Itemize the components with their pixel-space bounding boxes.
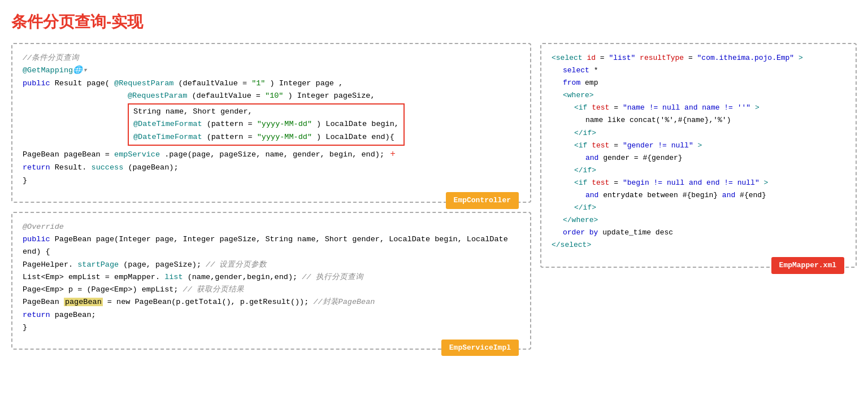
xml-select-star: select * [563,64,845,77]
xml-if3-close: </if> [574,202,845,214]
emp-controller-box: //条件分页查询 @GetMapping🌐▾ public Result pag… [11,43,531,203]
main-layout: //条件分页查询 @GetMapping🌐▾ public Result pag… [11,43,857,350]
controller-comment: //条件分页查询 [23,52,520,64]
highlight-line3: @DateTimeFormat (pattern = "yyyy-MM-dd" … [133,131,399,143]
xml-from: from emp [563,77,845,89]
controller-close: } [23,175,520,187]
service-line6: return pageBean; [23,309,520,321]
xml-select-close: </select> [552,239,845,251]
xml-where-open: <where> [563,89,845,102]
xml-content: <select id = "list" resultType = "com.it… [552,52,845,252]
xml-if3-body: and entrydate between #{begin} and #{end… [585,189,845,202]
xml-if1-open: <if test = "name != null and name != ''"… [574,102,845,114]
controller-annotation-line: @GetMapping🌐▾ [23,64,520,77]
highlight-line1: String name, Short gender, [133,106,399,118]
param-highlight-block: String name, Short gender, @DateTimeForm… [128,103,405,146]
left-column: //条件分页查询 @GetMapping🌐▾ public Result pag… [11,43,531,350]
service-signature: public PageBean page(Integer page, Integ… [23,233,520,259]
page-title: 条件分页查询-实现 [11,11,857,33]
xml-if2-body: and gender = #{gender} [585,152,845,164]
emp-service-badge: EmpServiceImpl [441,340,519,356]
emp-service-box: @Override public PageBean page(Integer p… [11,212,531,350]
xml-if1-close: </if> [574,127,845,140]
emp-controller-badge: EmpController [446,192,519,208]
service-line2: PageHelper. startPage (page, pageSize); … [23,259,520,271]
xml-where-close: </where> [563,214,845,227]
service-close: } [23,321,520,334]
highlight-line2: @DateTimeFormat (pattern = "yyyy-MM-dd" … [133,118,399,130]
service-line3: List<Emp> empList = empMapper. list (nam… [23,271,520,284]
controller-return-line: return Result. success (pageBean); [23,162,520,174]
xml-select-open: <select id = "list" resultType = "com.it… [552,52,845,64]
emp-mapper-box: <select id = "list" resultType = "com.it… [540,43,857,268]
controller-line1: public Result page( @RequestParam (defau… [23,77,520,90]
controller-line2: @RequestParam (defaultValue = "10" ) Int… [128,90,520,102]
xml-if2-open: <if test = "gender != null" > [574,140,845,152]
controller-page-line: PageBean pageBean = empService .page(pag… [23,147,520,162]
service-line5: PageBean pageBean = new PageBean(p.getTo… [23,296,520,308]
xml-order: order by update_time desc [563,227,845,239]
emp-mapper-badge: EmpMapper.xml [771,257,844,273]
xml-if2-close: </if> [574,164,845,177]
service-line4: Page<Emp> p = (Page<Emp>) empList; // 获取… [23,284,520,296]
xml-if3-open: <if test = "begin != null and end != nul… [574,177,845,189]
service-override: @Override [23,221,520,233]
xml-if1-body: name like concat('%',#{name},'%') [585,114,845,127]
